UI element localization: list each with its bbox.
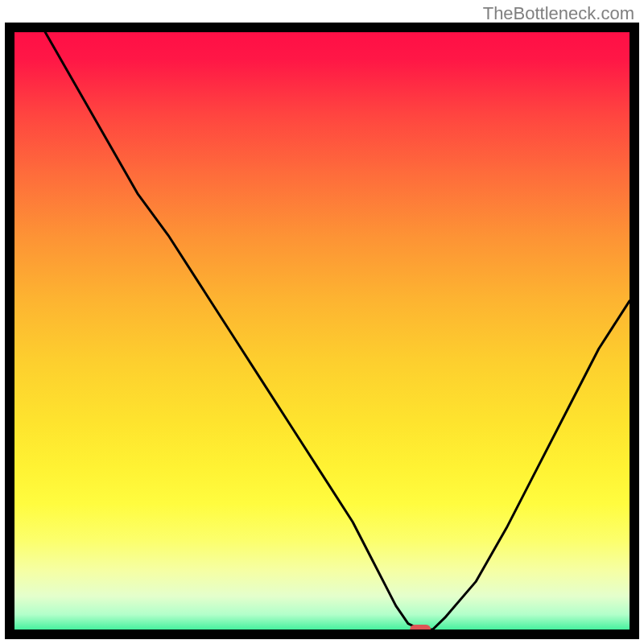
bottleneck-chart [0, 0, 644, 644]
plot-background [5, 23, 639, 639]
chart-container: TheBottleneck.com [0, 0, 644, 644]
watermark-text: TheBottleneck.com [483, 3, 634, 24]
